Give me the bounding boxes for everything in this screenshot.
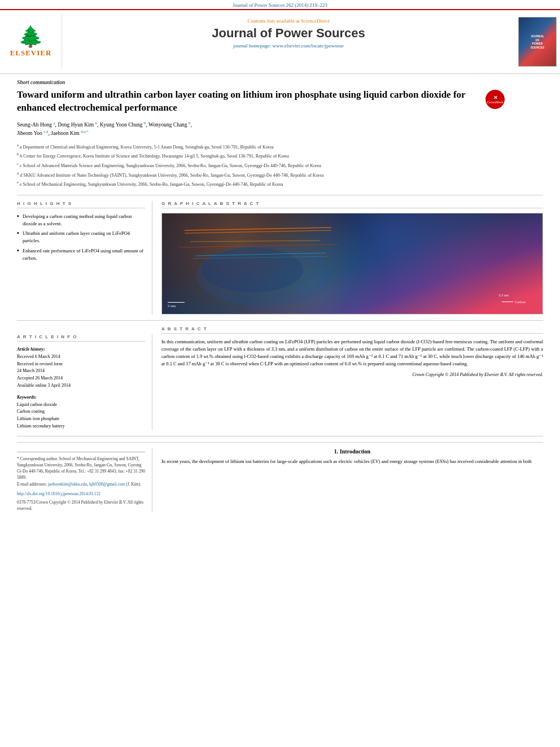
footer-copyright: 0378-7753/Crown Copyright © 2014 Publish… xyxy=(17,500,143,511)
abstract-label: A B S T R A C T xyxy=(161,326,543,334)
paper-title: Toward uniform and ultrathin carbon laye… xyxy=(17,89,480,115)
carbon-label: Carbon xyxy=(502,300,526,304)
sciencedirect-line: Contents lists available at ScienceDirec… xyxy=(68,18,509,24)
title-row: Toward uniform and ultrathin carbon laye… xyxy=(17,89,543,120)
intro-text: In recent years, the development of lith… xyxy=(161,458,543,465)
journal-cover-thumbnail: JOURNALOFPOWERSOURCES xyxy=(515,15,560,69)
affiliation-b: b b Center for Energy Convergence, Korea… xyxy=(17,151,543,160)
tem-svg xyxy=(162,213,542,314)
intro-title: 1. Introduction xyxy=(161,448,543,455)
affiliation-c: c c School of Advanced Materials Science… xyxy=(17,161,543,169)
abstract-paragraph: In this communication, uniform and ultra… xyxy=(161,338,543,368)
article-info-col: A R T I C L E I N F O Article history: R… xyxy=(17,334,152,430)
authors-line: Seung-Ah Hong a, Dong Hyun Kim b, Kyung … xyxy=(17,120,543,138)
doi-block: http://dx.doi.org/10.1016/j.jpowsour.201… xyxy=(17,491,145,497)
affiliation-d: d d SKKU Advanced Institute of Nano Tech… xyxy=(17,171,543,179)
email-line: E-mail addresses: jaehoonkim@skku.edu, k… xyxy=(17,481,145,487)
crossmark-badge: ✕ CrossMark xyxy=(485,90,506,110)
journal-homepage: journal homepage: www.elsevier.com/locat… xyxy=(68,43,509,49)
keyword-3: Lithium iron phosphate xyxy=(17,416,145,423)
graphical-abstract-col: G R A P H I C A L A B S T R A C T xyxy=(161,201,543,314)
cover-image-text: JOURNALOFPOWERSOURCES xyxy=(530,33,546,50)
received-revised-label: Received in revised form xyxy=(17,361,145,368)
keywords-title: Keywords: xyxy=(17,394,145,401)
intro-paragraph: In recent years, the development of lith… xyxy=(161,458,543,465)
affiliations-block: a a Department of Chemical and Biologica… xyxy=(17,142,543,195)
scale-bar: 5 nm xyxy=(168,302,185,308)
email2[interactable]: kjh0508@gmail.com xyxy=(89,482,125,487)
graphical-abstract-label: G R A P H I C A L A B S T R A C T xyxy=(161,201,543,208)
abstract-text: In this communication, uniform and ultra… xyxy=(161,338,543,378)
elsevier-brand: ELSEVIER xyxy=(10,49,52,58)
svg-point-6 xyxy=(202,247,303,292)
carbon-arrow xyxy=(502,302,513,302)
affiliation-a: a a Department of Chemical and Biologica… xyxy=(17,142,543,151)
section-divider-2 xyxy=(17,436,543,436)
top-bar: Journal of Power Sources 262 (2014) 219–… xyxy=(0,0,560,9)
homepage-url[interactable]: www.elsevier.com/locate/jpowsour xyxy=(273,43,344,49)
bottom-left-col: * Corresponding author. School of Mechan… xyxy=(17,448,152,512)
article-history-block: Article history: Received 6 March 2014 R… xyxy=(17,346,145,390)
highlights-label: H I G H L I G H T S xyxy=(17,201,145,208)
doi-link[interactable]: http://dx.doi.org/10.1016/j.jpowsour.201… xyxy=(17,491,100,496)
introduction-col: 1. Introduction In recent years, the dev… xyxy=(161,448,543,512)
svg-line-2 xyxy=(185,230,331,233)
tree-icon: 🌲 xyxy=(18,27,43,47)
svg-line-3 xyxy=(190,241,320,242)
main-content: Short communication Toward uniform and u… xyxy=(0,74,560,518)
available-online: Available online 3 April 2014 xyxy=(17,382,145,390)
bottom-row: * Corresponding author. School of Mechan… xyxy=(17,442,543,512)
scale-line xyxy=(168,302,185,303)
email-prefix: E-mail addresses: xyxy=(17,482,47,487)
keyword-4: Lithium secondary battery xyxy=(17,423,145,430)
highlights-col: H I G H L I G H T S Developing a carbon … xyxy=(17,201,152,314)
revised-date: 24 March 2014 xyxy=(17,368,145,375)
corresponding-text: * Corresponding author. School of Mechan… xyxy=(17,456,145,481)
received-date: Received 6 March 2014 xyxy=(17,353,145,361)
corresponding-block: * Corresponding author. School of Mechan… xyxy=(17,452,145,487)
affiliation-e: e e School of Mechanical Engineering, Su… xyxy=(17,180,543,188)
keywords-block: Keywords: Liquid carbon dioxide Carbon c… xyxy=(17,394,145,430)
cover-image: JOURNALOFPOWERSOURCES xyxy=(518,17,557,67)
journal-header: 🌲 ELSEVIER Contents lists available at S… xyxy=(0,9,560,74)
email-suffix: (J. Kim). xyxy=(126,482,141,487)
history-title: Article history: xyxy=(17,346,145,353)
article-type: Short communication xyxy=(17,80,543,85)
journal-info-center: Contents lists available at ScienceDirec… xyxy=(62,15,515,69)
svg-line-1 xyxy=(185,228,331,230)
highlight-item-1: Developing a carbon coating method using… xyxy=(17,213,145,228)
journal-title: Journal of Power Sources xyxy=(68,26,509,41)
footer-text-block: 0378-7753/Crown Copyright © 2014 Publish… xyxy=(17,499,145,512)
sciencedirect-link-text[interactable]: ScienceDirect xyxy=(301,18,329,24)
abstract-col: A B S T R A C T In this communication, u… xyxy=(161,326,543,430)
elsevier-logo-block: 🌲 ELSEVIER xyxy=(0,15,62,69)
accepted-date: Accepted 26 March 2014 xyxy=(17,375,145,382)
article-info-label: A R T I C L E I N F O xyxy=(17,334,145,342)
crossmark-icon: ✕ CrossMark xyxy=(485,90,505,109)
highlights-list: Developing a carbon coating method using… xyxy=(17,213,145,262)
article-info-abstract-row: A R T I C L E I N F O Article history: R… xyxy=(17,326,543,430)
journal-reference: Journal of Power Sources 262 (2014) 219–… xyxy=(233,2,327,8)
keyword-1: Liquid carbon dioxide xyxy=(17,401,145,409)
nm-label: 3.3 nm xyxy=(498,293,509,297)
section-divider-1 xyxy=(17,320,543,321)
email1[interactable]: jaehoonkim@skku.edu xyxy=(48,482,87,487)
highlights-graphical-row: H I G H L I G H T S Developing a carbon … xyxy=(17,201,543,314)
highlight-item-3: Enhanced rate performance of LiFePO4 usi… xyxy=(17,247,145,262)
crown-copyright: Crown Copyright © 2014 Published by Else… xyxy=(161,372,543,378)
keyword-2: Carbon coating xyxy=(17,408,145,416)
graphical-abstract-image: 5 nm 3.3 nm Carbon xyxy=(161,213,543,314)
highlight-item-2: Ultrathin and uniform carbon layer coati… xyxy=(17,230,145,244)
